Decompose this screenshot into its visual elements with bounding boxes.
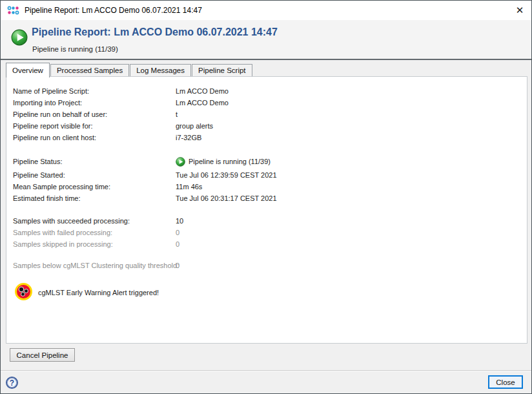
row-label: Importing into Project: — [13, 99, 82, 107]
info-row: Pipeline run on behalf of user: t — [13, 109, 523, 120]
status-row: Mean Sample processing time: 11m 46s — [13, 181, 523, 192]
cgmlst-alert-icon — [14, 282, 33, 301]
row-value: t — [176, 109, 178, 120]
row-label: Pipeline run on behalf of user: — [13, 110, 107, 118]
pipeline-status-value: Pipeline is running (11/39) — [176, 155, 271, 168]
status-row: Pipeline Started: Tue Jul 06 12:39:59 CE… — [13, 169, 523, 181]
row-label: Samples with succeeded processing: — [13, 217, 130, 225]
row-label: Samples skipped in processing: — [13, 240, 113, 248]
row-value: 11m 46s — [176, 181, 202, 192]
status-row: Estimated finish time: Tue Jul 06 20:31:… — [13, 192, 523, 204]
status-row: Pipeline Status: Pipeline is running (11… — [13, 155, 523, 168]
row-label: Pipeline Started: — [13, 171, 65, 179]
tab-pipeline-script[interactable]: Pipeline Script — [192, 64, 252, 76]
info-row: Pipeline report visible for: group alert… — [13, 120, 523, 132]
info-row: Importing into Project: Lm ACCO Demo — [13, 97, 523, 109]
row-value: 0 — [176, 260, 179, 271]
row-label: Samples with failed processing: — [13, 229, 112, 236]
row-label: Samples below cgMLST Clustering quality … — [13, 262, 179, 269]
footer-divider — [1, 370, 531, 371]
close-button[interactable]: Close — [488, 375, 523, 389]
app-logo-icon — [7, 5, 20, 16]
row-value: Tue Jul 06 12:39:59 CEST 2021 — [176, 169, 277, 181]
report-header: Pipeline Report: Lm ACCO Demo 06.07.2021… — [1, 20, 531, 60]
row-label: Estimated finish time: — [13, 194, 81, 202]
row-label: Pipeline report visible for: — [13, 122, 93, 130]
pipeline-running-icon — [11, 29, 28, 46]
row-value: Lm ACCO Demo — [176, 85, 229, 97]
count-row: Samples skipped in processing: 0 — [13, 238, 523, 250]
pipeline-status-subtitle: Pipeline is running (11/39) — [32, 45, 118, 53]
count-row: Samples with succeeded processing: 10 — [13, 215, 523, 227]
threshold-row: Samples below cgMLST Clustering quality … — [13, 260, 523, 271]
tab-processed-samples[interactable]: Processed Samples — [50, 64, 129, 76]
cancel-pipeline-button[interactable]: Cancel Pipeline — [10, 348, 75, 362]
row-label: Mean Sample processing time: — [13, 183, 110, 191]
row-value: 0 — [176, 227, 179, 238]
row-value: i7-32GB — [176, 132, 201, 143]
row-label: Name of Pipeline Script: — [13, 87, 89, 95]
window-title: Pipeline Report: Lm ACCO Demo 06.07.2021… — [25, 6, 202, 15]
row-value: group alerts — [176, 120, 213, 132]
overview-panel: Name of Pipeline Script: Lm ACCO Demo Im… — [6, 76, 527, 344]
row-value: Lm ACCO Demo — [176, 97, 229, 109]
row-value: Tue Jul 06 20:31:17 CEST 2021 — [176, 192, 277, 204]
window-close-button[interactable]: ✕ — [509, 1, 530, 20]
help-icon[interactable]: ? — [6, 377, 18, 389]
info-row: Name of Pipeline Script: Lm ACCO Demo — [13, 85, 523, 97]
page-title: Pipeline Report: Lm ACCO Demo 06.07.2021… — [32, 26, 278, 38]
status-text: Pipeline is running (11/39) — [189, 155, 271, 168]
row-value: 0 — [176, 238, 179, 250]
count-row: Samples with failed processing: 0 — [13, 227, 523, 238]
tab-log-messages[interactable]: Log Messages — [130, 64, 191, 76]
row-label: Pipeline Status: — [13, 158, 62, 165]
pipeline-report-dialog: Pipeline Report: Lm ACCO Demo 06.07.2021… — [0, 0, 532, 394]
info-row: Pipeline run on client host: i7-32GB — [13, 132, 523, 143]
tab-bar: Overview Processed Samples Log Messages … — [6, 63, 253, 76]
play-icon — [176, 157, 185, 167]
row-label: Pipeline run on client host: — [13, 134, 96, 141]
titlebar: Pipeline Report: Lm ACCO Demo 06.07.2021… — [1, 1, 531, 20]
alert-message: cgMLST Early Warning Alert triggered! — [38, 288, 159, 297]
tab-overview[interactable]: Overview — [6, 63, 50, 78]
row-value: 10 — [176, 215, 183, 227]
